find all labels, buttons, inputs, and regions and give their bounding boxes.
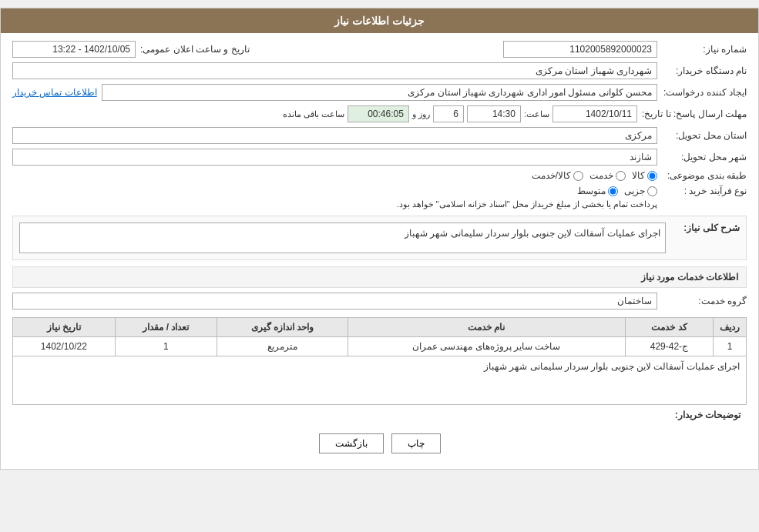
nooe-farayand-label: نوع فرآیند خرید :: [662, 186, 747, 196]
ijad-konande-link[interactable]: اطلاعات تماس خریدار: [12, 87, 97, 98]
name-dastgah-value: شهرداری شهباز استان مرکزی: [12, 62, 657, 79]
mohlat-saat-label: ساعت:: [524, 109, 549, 119]
ostan-tahvil-label: استان محل تحویل:: [662, 130, 747, 141]
shomara-niaz-label: شماره نیاز:: [662, 44, 747, 55]
col-tarikh: تاریخ نیاز: [13, 318, 116, 337]
farayand-jazii[interactable]: جزیی: [624, 186, 657, 196]
sharh-value: اجرای عملیات آسفالت لاین جنوبی بلوار سرد…: [19, 223, 666, 253]
mohlat-roz-label: روز و: [412, 109, 430, 119]
farayand-motavasset[interactable]: متوسط: [577, 186, 618, 196]
tarikh-aalan-label: تاریخ و ساعت اعلان عمومی:: [140, 44, 250, 55]
tarikh-aalan-value: 1402/10/05 - 13:22: [12, 41, 136, 58]
grooh-khadamat-label: گروه خدمت:: [662, 296, 747, 306]
button-row: چاپ بازگشت: [12, 433, 747, 453]
col-radif: ردیف: [714, 318, 747, 337]
ijad-konande-label: ایجاد کننده درخواست:: [662, 87, 747, 98]
col-code: کد خدمت: [625, 318, 713, 337]
print-button[interactable]: چاپ: [391, 433, 441, 453]
tozihat-value: اجرای عملیات آسفالت لاین جنوبی بلوار سرد…: [484, 361, 740, 372]
cell-unit: مترمربع: [217, 337, 348, 356]
cell-radif: 1: [714, 337, 747, 356]
mohlat-date: 1402/10/11: [552, 105, 637, 122]
sharh-label: شرح کلی نیاز:: [670, 223, 740, 233]
mohlat-mande: 00:46:05: [348, 105, 409, 122]
page-header: جزئیات اطلاعات نیاز: [1, 8, 758, 33]
tabaqe-khadamat[interactable]: خدمت: [589, 170, 626, 181]
cell-tarikh: 1402/10/22: [13, 337, 116, 356]
tabaqe-kala-khadamat[interactable]: کالا/خدمت: [532, 170, 583, 181]
ostan-tahvil-value: مرکزی: [12, 127, 657, 144]
cell-name: ساخت سایر پروژه‌های مهندسی عمران: [348, 337, 625, 356]
mohlat-mande-label: ساعت باقی مانده: [283, 109, 344, 119]
shahr-tahvil-label: شهر محل تحویل:: [662, 152, 747, 162]
ijad-konande-value: محسن کلوانی مسئول امور اداری شهرداری شهب…: [102, 84, 657, 101]
col-unit: واحد اندازه گیری: [217, 318, 348, 337]
tabaqe-kala[interactable]: کالا: [632, 170, 657, 181]
table-note-row: اجرای عملیات آسفالت لاین جنوبی بلوار سرد…: [13, 356, 747, 405]
col-tedad: تعداد / مقدار: [115, 318, 217, 337]
name-dastgah-label: نام دستگاه خریدار:: [662, 65, 747, 76]
nooe-farayand-note: پرداخت تمام یا بخشی از مبلغ خریداز محل "…: [12, 199, 657, 209]
table-row: 1 ج-42-429 ساخت سایر پروژه‌های مهندسی عم…: [13, 337, 747, 356]
mohlat-saat: 14:30: [467, 105, 521, 122]
page-title: جزئیات اطلاعات نیاز: [334, 15, 425, 27]
shomara-niaz-value: 1102005892000023: [503, 41, 657, 58]
grooh-khadamat-value: ساختمان: [12, 293, 657, 309]
khadamat-title: اطلاعات خدمات مورد نیاز: [12, 266, 747, 288]
col-name: نام خدمت: [348, 318, 625, 337]
mohlat-roz: 6: [433, 105, 464, 122]
tabaqe-label: طبقه بندی موضوعی:: [662, 170, 747, 181]
shahr-tahvil-value: شازند: [12, 149, 657, 166]
tozihat-label: توضیحات خریدار:: [12, 408, 747, 422]
cell-code: ج-42-429: [625, 337, 713, 356]
cell-tedad: 1: [115, 337, 217, 356]
mohlat-label: مهلت ارسال پاسخ: تا تاریخ:: [642, 109, 747, 119]
back-button[interactable]: بازگشت: [319, 433, 384, 453]
